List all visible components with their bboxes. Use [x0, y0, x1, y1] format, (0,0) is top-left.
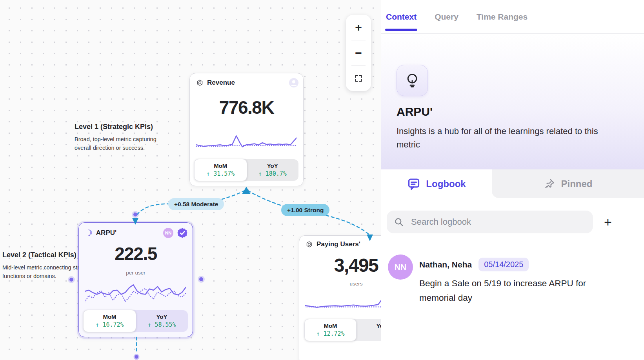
level1-title: Level 1 (Strategic KPIs) — [75, 123, 173, 131]
add-entry-button[interactable]: + — [604, 215, 612, 229]
arrowhead-up-revenue — [242, 187, 251, 194]
yoy-stat[interactable]: YoY ↑ 58.55% — [136, 310, 188, 332]
logbook-icon — [407, 177, 420, 191]
edge-endpoint-halo — [134, 354, 140, 360]
edge-label-strong[interactable]: +1.00 Strong — [281, 204, 329, 216]
fullscreen-icon — [354, 74, 363, 83]
entry-text: Begin a Sale on 5/19 to increase ARPU fo… — [419, 276, 604, 305]
level1-body: Broad, top-level metric capturing overal… — [75, 135, 173, 152]
card-title: Paying Users' — [317, 240, 360, 248]
metric-tree-canvas[interactable]: Level 1 (Strategic KPIs) Broad, top-leve… — [0, 0, 381, 360]
collaborator-badge[interactable]: NN — [163, 228, 173, 238]
context-panel: Context Query Time Ranges ARPU' Insights… — [381, 0, 644, 360]
hexagon-icon — [306, 241, 313, 248]
zoom-out-button[interactable]: − — [346, 40, 371, 65]
sparkline-chart — [196, 132, 297, 153]
search-input[interactable] — [410, 216, 561, 227]
sparkline-chart — [85, 279, 186, 309]
entry-avatar: NN — [388, 255, 413, 280]
mom-stat[interactable]: MoM ↑ 12.72% — [304, 319, 357, 341]
owner-avatar-icon[interactable] — [289, 78, 298, 87]
metric-value: 3,495 — [299, 255, 381, 276]
metric-unit: users — [299, 281, 381, 287]
metric-card-paying-users[interactable]: Paying Users' 3,495 users MoM ↑ 12.72% Y… — [299, 235, 381, 360]
edge-label-moderate[interactable]: +0.58 Moderate — [168, 198, 224, 210]
metric-name: ARPU' — [397, 105, 433, 118]
mom-stat[interactable]: MoM ↑ 16.72% — [83, 310, 136, 332]
node-handle-left[interactable] — [69, 278, 73, 282]
logbook-entry[interactable]: NN Nathan, Neha 05/14/2025 Begin a Sale … — [388, 255, 644, 305]
card-title: Revenue — [207, 79, 235, 87]
node-handle-right[interactable] — [199, 277, 203, 281]
edge-endpoint-dot — [135, 355, 138, 358]
level1-annotation: Level 1 (Strategic KPIs) Broad, top-leve… — [75, 123, 173, 152]
pushpin-icon — [544, 178, 555, 190]
search-icon — [394, 217, 404, 227]
search-box[interactable] — [387, 211, 593, 233]
mom-stat[interactable]: MoM ↑ 31.57% — [194, 159, 247, 181]
fit-view-button[interactable] — [346, 66, 371, 91]
logbook-search-row: + — [387, 211, 644, 233]
sparkline-chart — [305, 291, 381, 315]
lightbulb-icon — [404, 73, 420, 88]
tab-time-ranges[interactable]: Time Ranges — [477, 12, 528, 22]
tab-query[interactable]: Query — [435, 12, 458, 22]
metric-hero: ARPU' Insights is a hub for all of the l… — [381, 34, 644, 169]
metric-card-arpu[interactable]: ☽ ARPU' NN 222.5 per user MoM ↑ 16.72% Y… — [78, 222, 193, 337]
canvas-zoom-controls: + − — [346, 15, 371, 91]
yoy-stat[interactable]: YoY — [356, 319, 381, 341]
entry-date-badge: 05/14/2025 — [478, 258, 529, 271]
logbook-tab-bar: Logbook Pinned — [381, 169, 644, 198]
entry-author: Nathan, Neha — [419, 260, 472, 269]
moon-icon: ☽ — [85, 229, 93, 236]
tab-logbook[interactable]: Logbook — [381, 169, 492, 198]
node-handle-top[interactable] — [133, 213, 137, 216]
verified-seal-icon — [177, 227, 188, 238]
tab-pinned[interactable]: Pinned — [492, 169, 644, 198]
zoom-in-button[interactable]: + — [346, 15, 371, 40]
metric-value: 776.8K — [190, 97, 303, 118]
yoy-stat[interactable]: YoY ↑ 180.7% — [247, 159, 299, 181]
insight-icon-box — [397, 65, 428, 96]
metric-description: Insights is a hub for all of the learnin… — [397, 125, 618, 151]
tab-context[interactable]: Context — [386, 12, 417, 22]
panel-tab-bar: Context Query Time Ranges — [381, 0, 644, 34]
metric-value: 222.5 — [79, 243, 193, 264]
metric-unit: per user — [79, 270, 193, 276]
card-title: ARPU' — [96, 229, 116, 237]
metric-card-revenue[interactable]: Revenue 776.8K MoM ↑ 31.57% YoY ↑ 180.7% — [189, 73, 304, 186]
hexagon-icon — [196, 79, 204, 87]
